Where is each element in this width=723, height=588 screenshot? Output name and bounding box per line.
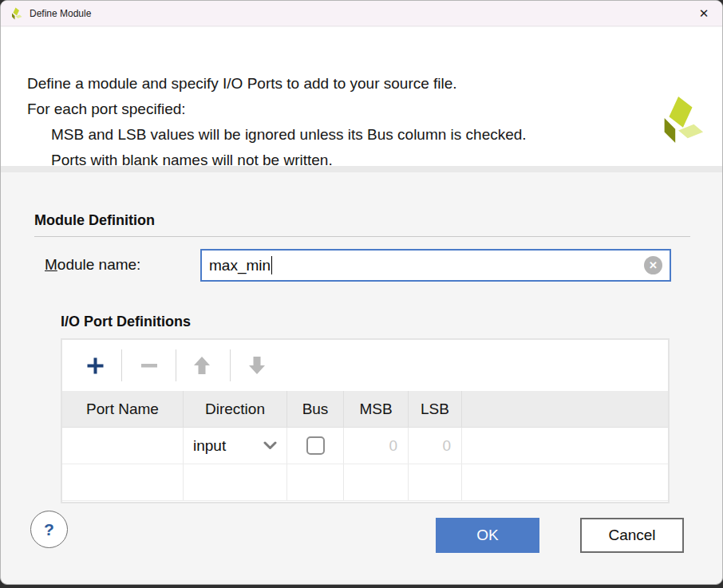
port-name-cell[interactable] — [62, 464, 184, 500]
cancel-button[interactable]: Cancel — [580, 518, 684, 553]
bus-cell[interactable] — [287, 464, 344, 500]
vivado-logo — [655, 94, 705, 145]
column-header-port-name: Port Name — [62, 391, 184, 427]
port-grid: Port Name Direction Bus MSB LSB input — [62, 391, 668, 501]
direction-select[interactable]: input — [184, 428, 287, 464]
define-module-dialog: Define Module ✕ Define a module and spec… — [0, 0, 723, 585]
remove-port-button[interactable] — [137, 353, 161, 377]
column-header-msb: MSB — [344, 391, 409, 427]
help-button[interactable]: ? — [30, 511, 68, 548]
direction-value: input — [193, 437, 226, 455]
module-definition-heading: Module Definition — [34, 212, 155, 229]
filler-cell — [462, 464, 668, 500]
vivado-logo-icon — [10, 7, 22, 20]
table-row — [62, 464, 668, 501]
msb-value: 0 — [389, 437, 397, 455]
ok-button[interactable]: OK — [436, 518, 539, 553]
bus-checkbox[interactable] — [306, 436, 325, 455]
io-port-definitions-heading: I/O Port Definitions — [61, 314, 191, 330]
port-table: Port Name Direction Bus MSB LSB input — [61, 338, 670, 503]
toolbar-divider — [230, 349, 231, 381]
column-header-lsb: LSB — [409, 391, 462, 427]
module-name-label-mnemonic: M — [45, 256, 57, 273]
column-header-bus: Bus — [287, 391, 344, 427]
titlebar: Define Module ✕ — [1, 1, 722, 26]
msb-cell[interactable] — [344, 464, 409, 500]
window-title: Define Module — [30, 8, 91, 19]
lsb-value: 0 — [442, 437, 451, 455]
filler-cell — [462, 428, 668, 464]
module-name-label: Module name: — [45, 256, 140, 274]
module-name-label-rest: odule name: — [57, 256, 141, 273]
description-line: For each port specified: — [27, 101, 186, 118]
heading-rule — [34, 236, 690, 237]
description-line: Define a module and specify I/O Ports to… — [27, 75, 457, 93]
toolbar-divider — [121, 349, 122, 381]
arrow-up-icon — [192, 355, 212, 376]
chevron-down-icon — [263, 441, 277, 450]
port-name-cell[interactable] — [62, 428, 184, 464]
move-down-button[interactable] — [245, 353, 269, 377]
module-name-value: max_min — [209, 257, 271, 274]
description-line: MSB and LSB values will be ignored unles… — [51, 126, 527, 144]
plus-icon — [85, 355, 106, 377]
direction-cell[interactable] — [184, 464, 287, 500]
column-header-direction: Direction — [184, 391, 287, 427]
lsb-cell[interactable]: 0 — [409, 428, 462, 464]
module-name-input[interactable]: max_min ✕ — [200, 249, 671, 282]
table-header-row: Port Name Direction Bus MSB LSB — [62, 391, 668, 428]
bus-checkbox-cell — [287, 428, 344, 464]
move-up-button[interactable] — [190, 353, 214, 377]
text-caret — [271, 256, 272, 274]
column-header-filler — [462, 391, 668, 427]
add-port-button[interactable] — [83, 353, 107, 377]
minus-icon — [140, 356, 159, 375]
msb-cell[interactable]: 0 — [344, 428, 409, 464]
clear-input-icon[interactable]: ✕ — [644, 256, 662, 274]
description-panel: Define a module and specify I/O Ports to… — [1, 27, 722, 166]
table-row: input 0 0 — [62, 428, 668, 464]
lsb-cell[interactable] — [409, 464, 462, 500]
port-table-toolbar — [62, 340, 668, 391]
close-icon[interactable]: ✕ — [685, 1, 722, 26]
arrow-down-icon — [247, 355, 267, 376]
toolbar-divider — [176, 349, 176, 381]
section-separator — [1, 166, 722, 172]
